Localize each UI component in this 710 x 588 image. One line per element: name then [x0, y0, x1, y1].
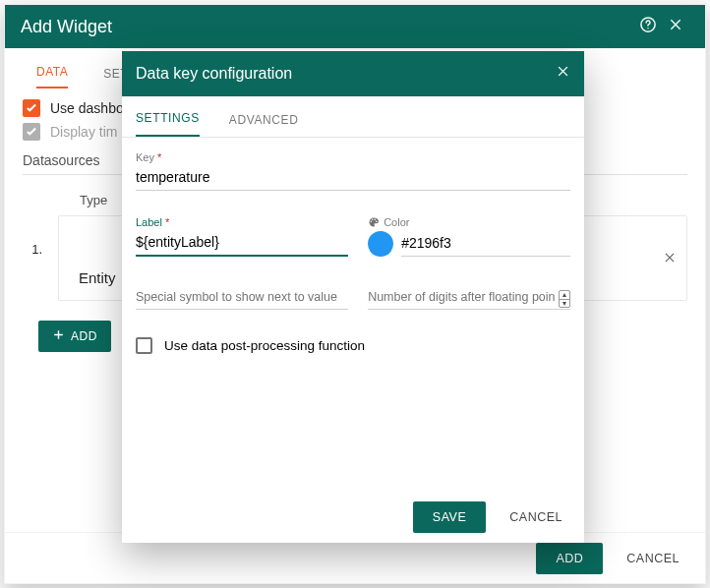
key-field: Key *	[136, 151, 570, 191]
tab-advanced[interactable]: ADVANCED	[229, 113, 299, 137]
data-key-title: Data key configuration	[136, 65, 556, 83]
add-datasource-label: ADD	[71, 329, 97, 343]
display-time-label: Display tim	[50, 124, 117, 140]
palette-icon	[368, 216, 380, 228]
cancel-button[interactable]: CANCEL	[503, 501, 568, 533]
svg-point-1	[647, 28, 649, 29]
save-button[interactable]: SAVE	[413, 501, 486, 533]
label-label: Label *	[136, 216, 348, 228]
display-time-checkbox	[23, 123, 40, 141]
row-number: 1.	[23, 193, 42, 257]
tab-settings[interactable]: SETTINGS	[136, 111, 200, 137]
label-color-row: Label * Color	[136, 216, 570, 257]
label-input[interactable]	[136, 230, 348, 257]
inner-footer: SAVE CANCEL	[122, 492, 584, 543]
inner-body: Key * Label * Color	[122, 138, 584, 492]
symbol-digits-row: ▲ ▼	[136, 286, 570, 310]
data-key-config-dialog: Data key configuration SETTINGS ADVANCED…	[122, 51, 584, 543]
key-label: Key *	[136, 151, 570, 163]
color-swatch[interactable]	[368, 231, 393, 257]
digits-input[interactable]	[368, 286, 570, 310]
data-key-header: Data key configuration	[122, 51, 584, 96]
cancel-button[interactable]: CANCEL	[621, 543, 685, 574]
color-label: Color	[368, 216, 570, 228]
add-button[interactable]: ADD	[536, 543, 603, 574]
remove-datasource-icon[interactable]	[663, 251, 677, 268]
digits-stepper[interactable]: ▲ ▼	[559, 290, 570, 308]
special-symbol-input[interactable]	[136, 286, 348, 310]
help-icon[interactable]	[634, 16, 662, 38]
step-up-icon[interactable]: ▲	[560, 291, 569, 299]
use-dashboard-label: Use dashbo	[50, 100, 124, 116]
color-input[interactable]	[401, 231, 570, 257]
add-widget-title: Add Widget	[21, 17, 634, 37]
plus-icon	[52, 328, 65, 344]
close-icon[interactable]	[662, 17, 689, 37]
tab-data[interactable]: DATA	[36, 65, 68, 88]
add-datasource-button[interactable]: ADD	[38, 321, 111, 352]
use-dashboard-checkbox[interactable]	[23, 99, 40, 117]
post-process-checkbox[interactable]	[136, 337, 152, 354]
key-input[interactable]	[136, 165, 570, 191]
post-process-row: Use data post-processing function	[136, 337, 570, 354]
step-down-icon[interactable]: ▼	[560, 299, 569, 308]
inner-tabs: SETTINGS ADVANCED	[122, 96, 584, 138]
close-icon[interactable]	[556, 64, 570, 84]
label-field: Label *	[136, 216, 348, 257]
add-widget-header: Add Widget	[5, 5, 705, 48]
post-process-label: Use data post-processing function	[164, 338, 365, 353]
